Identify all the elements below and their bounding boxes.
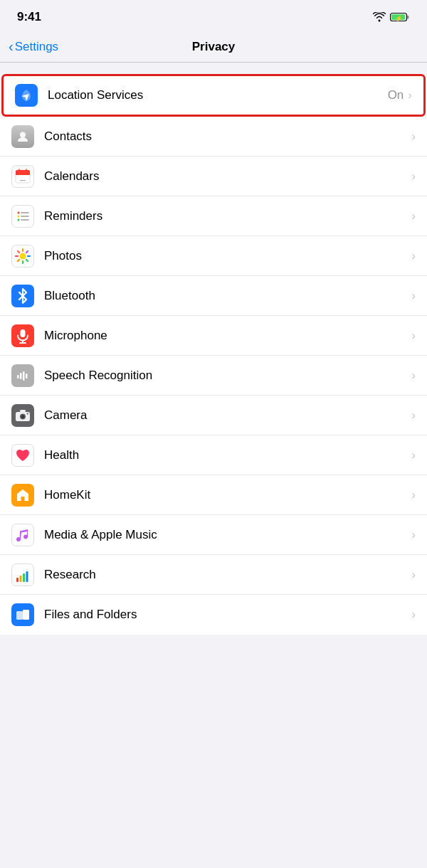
chevron-icon: › <box>411 608 416 622</box>
chevron-icon: › <box>411 289 416 303</box>
svg-text:····: ···· <box>20 178 26 183</box>
item-label-files-folders: Files and Folders <box>44 608 411 622</box>
nav-bar: ‹ Settings Privacy <box>0 31 427 63</box>
chevron-icon: › <box>411 249 416 263</box>
item-value-location-services: On <box>388 88 404 102</box>
chevron-icon: › <box>408 88 412 102</box>
svg-point-35 <box>21 415 25 418</box>
back-chevron-icon: ‹ <box>9 38 14 55</box>
list-item-media-music[interactable]: Media & Apple Music › <box>0 515 427 555</box>
svg-rect-39 <box>20 576 22 582</box>
chevron-icon: › <box>411 528 416 542</box>
back-label: Settings <box>15 40 58 54</box>
item-label-research: Research <box>44 568 411 582</box>
chevron-icon: › <box>411 209 416 223</box>
list-item-microphone[interactable]: Microphone › <box>0 316 427 356</box>
svg-rect-40 <box>23 573 25 582</box>
chevron-icon: › <box>411 129 416 144</box>
svg-rect-37 <box>27 413 29 414</box>
list-item-contacts[interactable]: Contacts › <box>0 117 427 157</box>
item-label-homekit: HomeKit <box>44 488 411 502</box>
list-item-reminders[interactable]: Reminders › <box>0 196 427 236</box>
chevron-icon: › <box>411 408 416 423</box>
svg-rect-31 <box>23 371 25 381</box>
list-item-speech-recognition[interactable]: Speech Recognition › <box>0 356 427 396</box>
list-item-bluetooth[interactable]: Bluetooth › <box>0 276 427 316</box>
svg-rect-32 <box>26 374 28 379</box>
item-label-health: Health <box>44 448 411 462</box>
list-item-location-services[interactable]: Location Services On › <box>1 74 426 117</box>
item-label-contacts: Contacts <box>44 129 411 144</box>
list-item-photos[interactable]: Photos › <box>0 236 427 276</box>
svg-rect-42 <box>16 611 23 620</box>
list-item-homekit[interactable]: HomeKit › <box>0 475 427 515</box>
status-icons: ⚡ <box>373 12 410 22</box>
item-label-location-services: Location Services <box>48 88 388 102</box>
status-time: 9:41 <box>17 10 41 24</box>
svg-point-11 <box>18 211 20 213</box>
svg-line-22 <box>18 250 19 252</box>
svg-text:⚡: ⚡ <box>395 14 404 23</box>
item-label-calendars: Calendars <box>44 169 411 184</box>
svg-rect-36 <box>20 410 26 412</box>
svg-rect-2 <box>407 16 409 19</box>
svg-rect-43 <box>23 610 29 620</box>
back-button[interactable]: ‹ Settings <box>9 38 58 55</box>
chevron-icon: › <box>411 169 416 184</box>
chevron-icon: › <box>411 369 416 383</box>
svg-line-25 <box>18 259 19 260</box>
svg-point-12 <box>18 215 20 217</box>
list-item-health[interactable]: Health › <box>0 435 427 475</box>
svg-rect-38 <box>16 578 19 582</box>
item-label-bluetooth: Bluetooth <box>44 289 411 303</box>
svg-rect-29 <box>17 375 19 379</box>
list-item-camera[interactable]: Camera › <box>0 396 427 435</box>
svg-point-13 <box>18 218 20 221</box>
battery-icon: ⚡ <box>390 12 410 22</box>
page-title: Privacy <box>192 40 236 54</box>
svg-point-17 <box>20 253 26 259</box>
item-label-reminders: Reminders <box>44 209 411 223</box>
list-item-files-folders[interactable]: Files and Folders › <box>0 595 427 635</box>
svg-line-23 <box>26 259 28 260</box>
wifi-icon <box>373 12 386 22</box>
item-label-microphone: Microphone <box>44 329 411 343</box>
item-label-speech-recognition: Speech Recognition <box>44 369 411 383</box>
svg-line-24 <box>26 250 28 252</box>
svg-rect-26 <box>21 329 26 337</box>
chevron-icon: › <box>411 488 416 502</box>
item-label-photos: Photos <box>44 249 411 263</box>
item-label-camera: Camera <box>44 408 411 423</box>
chevron-icon: › <box>411 568 416 582</box>
item-label-media-music: Media & Apple Music <box>44 528 411 542</box>
list-item-calendars[interactable]: ···· Calendars › <box>0 157 427 196</box>
privacy-list: Location Services On › Contacts › ··· <box>0 74 427 635</box>
svg-rect-7 <box>16 174 30 175</box>
status-bar: 9:41 ⚡ <box>0 0 427 31</box>
svg-point-4 <box>20 132 26 137</box>
svg-rect-30 <box>20 373 22 379</box>
svg-rect-41 <box>26 571 28 582</box>
list-item-research[interactable]: Research › <box>0 555 427 595</box>
chevron-icon: › <box>411 329 416 343</box>
chevron-icon: › <box>411 448 416 462</box>
